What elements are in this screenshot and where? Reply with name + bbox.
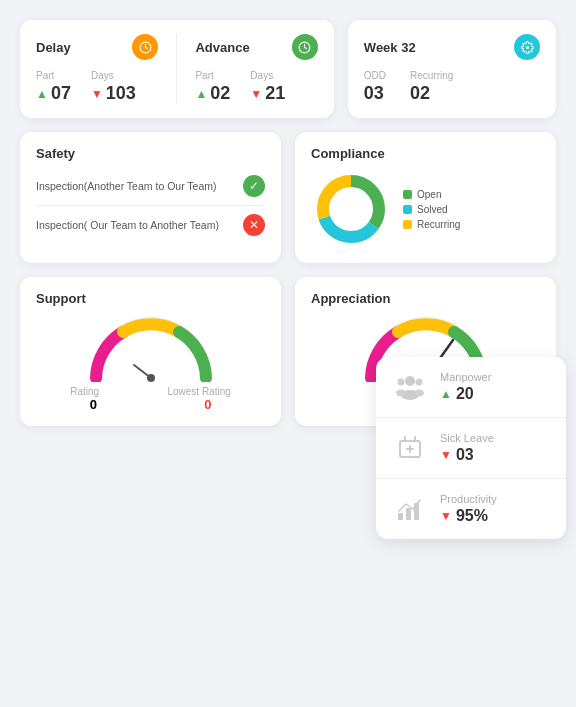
safety-card: Safety Inspection(Another Team to Our Te…: [20, 132, 281, 263]
productivity-icon: [392, 491, 428, 527]
svg-point-10: [405, 376, 415, 386]
sick-leave-icon: [392, 430, 428, 466]
advance-days-value: ▼ 21: [250, 83, 285, 104]
week-odd: ODD 03: [364, 70, 386, 104]
check-icon-1: ✓: [243, 175, 265, 197]
delay-days: Days ▼ 103: [91, 70, 136, 104]
inspection-label-1: Inspection(Another Team to Our Team): [36, 180, 217, 192]
delay-part-value: ▲ 07: [36, 83, 71, 104]
floating-stats-card: Manpower ▲ 20: [376, 357, 566, 539]
manpower-value: ▲ 20: [440, 385, 491, 403]
arrow-up-icon: ▲: [36, 87, 48, 101]
advance-part-label: Part: [195, 70, 230, 81]
inspection-label-2: Inspection( Our Team to Another Team): [36, 219, 219, 231]
manpower-icon: [392, 369, 428, 405]
arrow-down-icon: ▼: [250, 87, 262, 101]
advance-days-label: Days: [250, 70, 285, 81]
appreciation-card: Appreciation: [295, 277, 556, 426]
row2: Safety Inspection(Another Team to Our Te…: [20, 132, 556, 263]
compliance-legend: Open Solved Recurring: [403, 189, 460, 230]
compliance-title: Compliance: [311, 146, 385, 161]
delay-days-label: Days: [91, 70, 136, 81]
productivity-label: Productivity: [440, 493, 497, 505]
svg-point-12: [398, 379, 405, 386]
sick-leave-arrow-icon: ▼: [440, 448, 452, 462]
svg-rect-17: [398, 513, 403, 520]
productivity-item: Productivity ▼ 95%: [376, 479, 566, 539]
delay-section: Delay Part ▲ 07: [36, 34, 158, 104]
productivity-arrow-icon: ▼: [440, 509, 452, 523]
legend-recurring: Recurring: [403, 219, 460, 230]
recurring-label: Recurring: [410, 70, 453, 81]
svg-point-13: [396, 390, 406, 397]
legend-label-open: Open: [417, 189, 441, 200]
cross-icon-2: ✕: [243, 214, 265, 236]
delay-clock-icon: [132, 34, 158, 60]
inspection-item-1: Inspection(Another Team to Our Team) ✓: [36, 167, 265, 206]
support-title: Support: [36, 291, 86, 306]
row1: Delay Part ▲ 07: [20, 20, 556, 118]
odd-label: ODD: [364, 70, 386, 81]
legend-open: Open: [403, 189, 460, 200]
recurring-value: 02: [410, 83, 453, 104]
week-card: Week 32 ODD 03 Recurring 02: [348, 20, 556, 118]
rating-label: Rating: [70, 386, 99, 397]
dashboard: Delay Part ▲ 07: [20, 20, 556, 426]
svg-point-15: [414, 390, 424, 397]
compliance-card: Compliance: [295, 132, 556, 263]
legend-dot-solved: [403, 205, 412, 214]
support-gauge-labels: Rating Lowest Rating: [36, 386, 265, 397]
lowest-rating-value: 0: [204, 397, 211, 412]
legend-dot-recurring: [403, 220, 412, 229]
delay-part-label: Part: [36, 70, 71, 81]
delay-title: Delay: [36, 40, 71, 55]
advance-days: Days ▼ 21: [250, 70, 285, 104]
svg-rect-18: [406, 508, 411, 520]
week-recurring: Recurring 02: [410, 70, 453, 104]
arrow-up-icon: ▲: [195, 87, 207, 101]
lowest-rating-label: Lowest Rating: [167, 386, 230, 397]
sick-leave-item: Sick Leave ▼ 03: [376, 418, 566, 479]
week-title: Week 32: [364, 40, 416, 55]
advance-section: Advance Part ▲ 02: [195, 34, 317, 104]
legend-dot-open: [403, 190, 412, 199]
sick-leave-text: Sick Leave ▼ 03: [440, 432, 494, 464]
advance-title: Advance: [195, 40, 249, 55]
support-gauge-values: 0 0: [36, 397, 265, 412]
advance-clock-icon: [292, 34, 318, 60]
rating-value: 0: [90, 397, 97, 412]
manpower-text: Manpower ▲ 20: [440, 371, 491, 403]
divider: [176, 34, 177, 104]
legend-solved: Solved: [403, 204, 460, 215]
delay-advance-card: Delay Part ▲ 07: [20, 20, 334, 118]
delay-days-value: ▼ 103: [91, 83, 136, 104]
compliance-body: Open Solved Recurring: [311, 169, 540, 249]
week-gear-icon: [514, 34, 540, 60]
advance-part-value: ▲ 02: [195, 83, 230, 104]
appreciation-title: Appreciation: [311, 291, 390, 306]
donut-chart: [311, 169, 391, 249]
sick-leave-value: ▼ 03: [440, 446, 494, 464]
safety-title: Safety: [36, 146, 75, 161]
productivity-text: Productivity ▼ 95%: [440, 493, 497, 525]
arrow-down-icon: ▼: [91, 87, 103, 101]
legend-label-solved: Solved: [417, 204, 448, 215]
svg-point-7: [147, 374, 155, 382]
svg-point-14: [416, 379, 423, 386]
delay-part: Part ▲ 07: [36, 70, 71, 104]
manpower-arrow-icon: ▲: [440, 387, 452, 401]
support-gauge: [36, 310, 265, 382]
manpower-label: Manpower: [440, 371, 491, 383]
row3: Support Rating: [20, 277, 556, 426]
support-card: Support Rating: [20, 277, 281, 426]
inspection-item-2: Inspection( Our Team to Another Team) ✕: [36, 206, 265, 244]
productivity-value: ▼ 95%: [440, 507, 497, 525]
advance-part: Part ▲ 02: [195, 70, 230, 104]
odd-value: 03: [364, 83, 386, 104]
manpower-item: Manpower ▲ 20: [376, 357, 566, 418]
sick-leave-label: Sick Leave: [440, 432, 494, 444]
legend-label-recurring: Recurring: [417, 219, 460, 230]
